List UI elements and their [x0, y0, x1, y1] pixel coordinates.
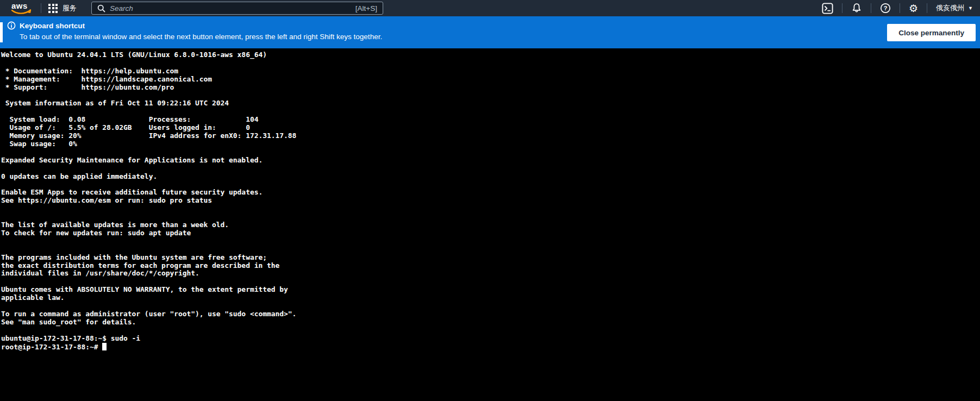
region-label: 俄亥俄州 [936, 3, 964, 13]
topbar-right-controls: ? ⚙ 俄亥俄州 ▼ [814, 3, 980, 14]
topbar-divider [927, 3, 927, 13]
global-search-box[interactable]: [Alt+S] [91, 2, 383, 15]
svg-text:aws: aws [11, 1, 28, 10]
services-grid-icon [48, 4, 58, 13]
search-input[interactable] [110, 4, 351, 12]
cloudshell-button[interactable] [814, 3, 841, 14]
info-icon [7, 21, 16, 30]
banner-title: Keyboard shortcut [20, 22, 85, 30]
banner-message: To tab out of the terminal window and se… [20, 33, 980, 41]
chevron-down-icon: ▼ [968, 5, 973, 11]
search-icon [97, 4, 105, 12]
help-icon: ? [880, 3, 891, 14]
topbar-divider [41, 3, 41, 13]
bell-icon [851, 3, 862, 14]
services-menu-button[interactable]: 服务 [48, 3, 77, 13]
banner-content: Keyboard shortcut To tab out of the term… [0, 16, 980, 41]
svg-text:?: ? [884, 5, 888, 11]
aws-logo[interactable]: aws [10, 1, 34, 15]
cloudshell-icon [822, 3, 833, 14]
region-selector[interactable]: 俄亥俄州 ▼ [928, 3, 973, 13]
topbar-divider [871, 3, 871, 13]
search-keyboard-shortcut: [Alt+S] [355, 4, 377, 12]
keyboard-shortcut-banner: Keyboard shortcut To tab out of the term… [0, 16, 980, 48]
terminal-cursor [102, 343, 107, 350]
settings-button[interactable]: ⚙ [901, 3, 926, 14]
services-label: 服务 [63, 3, 77, 13]
ec2-terminal[interactable]: Welcome to Ubuntu 24.04.1 LTS (GNU/Linux… [0, 48, 980, 401]
banner-focus-accent [0, 22, 3, 42]
aws-top-nav: aws 服务 [Alt+S] [0, 0, 980, 16]
notifications-button[interactable] [844, 3, 870, 14]
gear-icon: ⚙ [909, 3, 918, 14]
help-button[interactable]: ? [872, 3, 898, 14]
topbar-divider [900, 3, 900, 13]
terminal-output: Welcome to Ubuntu 24.04.1 LTS (GNU/Linux… [1, 51, 296, 351]
topbar-divider [842, 3, 842, 13]
close-permanently-button[interactable]: Close permanently [887, 24, 976, 41]
